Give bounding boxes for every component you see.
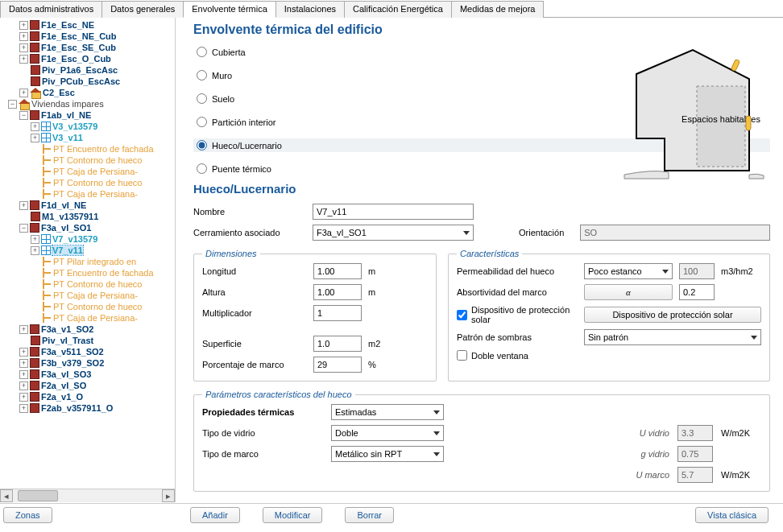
expand-icon[interactable]: + — [31, 246, 39, 255]
label-sup: Superficie — [202, 339, 307, 348]
expand-icon[interactable]: + — [19, 43, 28, 52]
tree-node[interactable]: PT Caja de Persiana- — [53, 189, 138, 199]
tab-envolvente[interactable]: Envolvente térmica — [183, 1, 276, 18]
expand-icon[interactable]: + — [19, 393, 28, 402]
expand-icon[interactable]: + — [19, 359, 28, 368]
checkbox-doble[interactable]: Doble ventana — [457, 350, 761, 361]
expand-icon[interactable]: + — [19, 21, 28, 30]
input-sup[interactable]: 1.0 — [313, 336, 362, 352]
tree-node[interactable]: F2a_vI_SO — [41, 381, 86, 390]
tree-node[interactable]: V7_v13579 — [52, 234, 97, 244]
tree-node[interactable]: V3_v11 — [52, 133, 83, 142]
expand-icon[interactable]: + — [19, 55, 28, 64]
tree-node[interactable]: PT Contorno de hueco — [53, 279, 142, 289]
tree-node[interactable]: M1_v1357911 — [42, 212, 98, 221]
tab-calificacion[interactable]: Calificación Energética — [344, 1, 452, 18]
tree-node[interactable]: C2_Esc — [43, 88, 75, 97]
tree-node[interactable]: PT Caja de Persiana- — [53, 291, 138, 300]
input-mult[interactable]: 1 — [313, 305, 362, 321]
tree-node[interactable]: PT Pilar integrado en — [53, 257, 136, 266]
tree-node[interactable]: PT Encuentro de fachada — [53, 144, 154, 154]
expand-icon[interactable]: + — [19, 370, 28, 379]
horizontal-scrollbar[interactable]: ◂ ▸ — [0, 489, 175, 502]
collapse-icon[interactable]: − — [19, 224, 28, 233]
tree-node[interactable]: Piv_PCub_EscAsc — [42, 76, 120, 86]
svg-marker-1 — [697, 86, 745, 167]
tree-node[interactable]: PT Contorno de hueco — [53, 302, 142, 311]
scroll-thumb[interactable] — [18, 490, 58, 501]
window-icon — [41, 122, 51, 131]
bottom-left-bar: Zonas — [0, 503, 176, 530]
tree-node[interactable]: F1ab_vI_NE — [41, 110, 91, 120]
expand-icon[interactable]: + — [19, 348, 28, 357]
tab-mejora[interactable]: Medidas de mejora — [451, 1, 545, 18]
tree-node[interactable]: Piv_vI_Trast — [42, 336, 93, 345]
tree-node[interactable]: PT Contorno de hueco — [53, 155, 142, 165]
combo-vidrio[interactable]: Doble — [331, 425, 444, 441]
combo-cerr[interactable]: F3a_vI_SO1 — [313, 225, 474, 241]
tree-node[interactable]: Viviendas impares — [31, 99, 104, 109]
input-abs[interactable]: 0.2 — [679, 284, 715, 300]
tree-node[interactable]: PT Encuentro de fachada — [53, 268, 154, 278]
unit-m: m — [368, 287, 386, 297]
tree-pane: +F1e_Esc_NE +F1e_Esc_NE_Cub +F1e_Esc_SE_… — [0, 18, 176, 502]
label-uvidrio: U vidrio — [640, 428, 669, 438]
tab-general[interactable]: Datos generales — [102, 1, 184, 18]
caret-icon — [433, 431, 440, 435]
tree-node[interactable]: Piv_P1a6_EscAsc — [42, 65, 118, 75]
tree-node[interactable]: F2ab_v357911_O — [41, 403, 113, 413]
scroll-left-icon[interactable]: ◂ — [0, 489, 13, 502]
tree-node[interactable]: F3b_v379_SO2 — [41, 358, 104, 368]
input-pctmarco[interactable]: 29 — [313, 357, 362, 373]
tree-node[interactable]: F1d_vI_NE — [41, 200, 86, 210]
collapse-icon[interactable]: − — [19, 111, 28, 120]
tree-node[interactable]: PT Contorno de hueco — [53, 178, 142, 188]
input-long[interactable]: 1.00 — [313, 263, 362, 279]
tree-node[interactable]: F3a_vI_SO1 — [41, 223, 91, 233]
bridge-icon — [42, 167, 52, 176]
expand-icon[interactable]: + — [31, 122, 39, 131]
combo-perm[interactable]: Poco estanco — [584, 263, 673, 279]
tree-node-selected[interactable]: V7_v11 — [52, 245, 83, 255]
tree-node[interactable]: PT Caja de Persiana- — [53, 167, 138, 176]
button-disp[interactable]: Dispositivo de protección solar — [584, 307, 761, 323]
checkbox-disp[interactable]: Dispositivo de protección solar — [457, 305, 578, 324]
tree-node[interactable]: F3a_v1_SO2 — [41, 324, 93, 334]
button-alpha[interactable]: α — [584, 284, 673, 300]
expand-icon[interactable]: + — [19, 201, 28, 210]
tree-node[interactable]: F3a_vI_SO3 — [41, 369, 91, 379]
delete-button[interactable]: Borrar — [345, 507, 394, 523]
house-icon — [19, 99, 30, 109]
combo-patron[interactable]: Sin patrón — [584, 329, 761, 345]
tree[interactable]: +F1e_Esc_NE +F1e_Esc_NE_Cub +F1e_Esc_SE_… — [0, 18, 175, 485]
tab-instalaciones[interactable]: Instalaciones — [276, 1, 345, 18]
tree-node[interactable]: V3_v13579 — [52, 122, 97, 131]
tab-admin[interactable]: Datos administrativos — [0, 1, 102, 18]
tree-node[interactable]: F1e_Esc_NE_Cub — [41, 31, 117, 41]
tree-node[interactable]: F2a_v1_O — [41, 392, 83, 402]
expand-icon[interactable]: + — [31, 235, 39, 244]
collapse-icon[interactable]: − — [8, 100, 17, 109]
modify-button[interactable]: Modificar — [263, 507, 323, 523]
legend-param: Parámetros característicos del hueco — [202, 390, 355, 399]
combo-prop[interactable]: Estimadas — [331, 404, 444, 420]
tree-node[interactable]: F1e_Esc_SE_Cub — [41, 43, 116, 52]
fieldset-parametros: Parámetros característicos del hueco Pro… — [193, 390, 770, 492]
expand-icon[interactable]: + — [31, 134, 39, 142]
scroll-right-icon[interactable]: ▸ — [162, 489, 175, 502]
combo-marco[interactable]: Metálico sin RPT — [331, 446, 444, 462]
expand-icon[interactable]: + — [19, 325, 28, 334]
expand-icon[interactable]: + — [19, 381, 28, 390]
zonas-button[interactable]: Zonas — [3, 507, 52, 523]
input-alt[interactable]: 1.00 — [313, 284, 362, 300]
expand-icon[interactable]: + — [19, 89, 28, 97]
tree-node[interactable]: F3a_v511_SO2 — [41, 347, 104, 357]
expand-icon[interactable]: + — [19, 404, 28, 413]
tree-node[interactable]: PT Caja de Persiana- — [53, 313, 138, 323]
expand-icon[interactable]: + — [19, 32, 28, 41]
input-nombre[interactable]: V7_v11 — [313, 204, 474, 220]
classic-view-button[interactable]: Vista clásica — [695, 507, 768, 523]
tree-node[interactable]: F1e_Esc_NE — [41, 20, 94, 30]
add-button[interactable]: Añadir — [190, 507, 240, 523]
tree-node[interactable]: F1e_Esc_O_Cub — [41, 54, 111, 64]
